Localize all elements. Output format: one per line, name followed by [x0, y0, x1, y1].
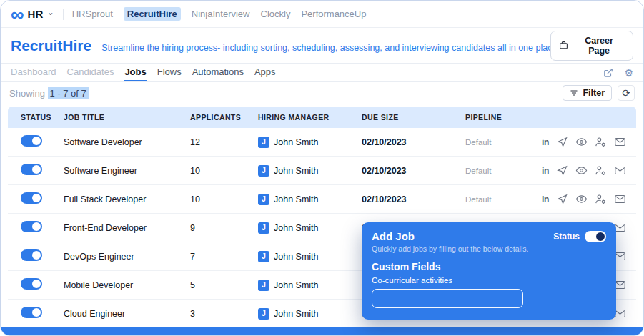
modal-title: Add Job	[372, 230, 415, 242]
showing-text: Showing 1 - 7 of 7	[9, 88, 89, 99]
status-toggle[interactable]	[21, 307, 42, 318]
page-title: RecruitHire	[11, 37, 91, 54]
top-nav-item[interactable]: NinjaInterview	[192, 9, 250, 19]
eye-icon[interactable]	[575, 136, 588, 148]
tab[interactable]: Apps	[254, 64, 276, 81]
applicants-cell: 5	[190, 280, 258, 290]
linkedin-icon[interactable]: in	[542, 166, 549, 176]
column-header-job-title: JOB TITLE	[64, 113, 190, 122]
applicants-cell: 10	[190, 166, 258, 176]
mail-icon[interactable]	[614, 193, 626, 205]
refresh-icon: ⟳	[622, 88, 630, 98]
applicants-cell: 3	[190, 309, 258, 319]
candidate-settings-icon[interactable]	[595, 193, 607, 205]
pipeline-cell: Default	[465, 138, 537, 147]
column-header-pipeline: PIPELINE	[465, 113, 537, 122]
top-nav-item[interactable]: PerformanceUp	[301, 9, 366, 19]
status-toggle[interactable]	[21, 221, 42, 232]
status-toggle[interactable]	[21, 192, 42, 204]
linkedin-icon[interactable]: in	[542, 194, 549, 204]
custom-field-input[interactable]	[372, 289, 523, 308]
manager-avatar: J	[258, 308, 269, 320]
column-header-applicants: APPLICANTS	[190, 113, 258, 122]
job-title-cell[interactable]: Mobile Developer	[64, 280, 190, 290]
showing-range: 1 - 7 of 7	[48, 87, 89, 99]
custom-fields-title: Custom Fields	[372, 261, 606, 272]
add-job-modal: Add Job Status Quickly add jobs by filli…	[362, 222, 616, 320]
linkedin-icon[interactable]: in	[542, 137, 549, 147]
job-title-cell[interactable]: Full Stack Developer	[64, 194, 190, 204]
manager-name: John Smith	[274, 309, 319, 319]
applicants-cell: 7	[190, 252, 258, 262]
tab[interactable]: Candidates	[67, 64, 114, 81]
filter-icon	[570, 89, 578, 97]
job-title-cell[interactable]: DevOps Engineer	[64, 252, 190, 262]
top-nav-item[interactable]: RecruitHire	[124, 7, 181, 21]
manager-avatar: J	[258, 280, 269, 291]
send-icon[interactable]	[556, 164, 568, 177]
filter-button[interactable]: Filter	[563, 85, 612, 101]
divider	[63, 9, 64, 20]
gear-icon[interactable]: ⚙	[624, 68, 633, 78]
manager-name: John Smith	[274, 223, 319, 233]
modal-status-toggle[interactable]	[585, 231, 606, 242]
modal-subtitle: Quickly add jobs by filling out the belo…	[372, 244, 606, 253]
mail-icon[interactable]	[614, 136, 626, 148]
applicants-cell: 10	[190, 194, 258, 204]
applicants-cell: 9	[190, 223, 258, 233]
status-toggle[interactable]	[21, 278, 42, 290]
candidate-settings-icon[interactable]	[595, 136, 607, 148]
hiring-manager-cell: J John Smith	[258, 165, 362, 177]
tab[interactable]: Automations	[192, 64, 244, 81]
hiring-manager-cell: J John Smith	[258, 137, 362, 148]
top-nav-item[interactable]: HRSprout	[72, 9, 113, 19]
send-icon[interactable]	[556, 193, 568, 205]
candidate-settings-icon[interactable]	[595, 164, 607, 177]
manager-name: John Smith	[274, 137, 319, 147]
status-toggle[interactable]	[21, 164, 42, 175]
tab[interactable]: Flows	[157, 64, 182, 81]
tabs-list: Dashboard Candidates Jobs Flows Automati…	[11, 64, 276, 81]
tab[interactable]: Dashboard	[11, 64, 56, 81]
manager-name: John Smith	[274, 280, 319, 290]
bottom-accent-bar	[1, 327, 643, 335]
manager-name: John Smith	[274, 194, 319, 204]
job-title-cell[interactable]: Cloud Engineer	[64, 309, 190, 319]
showing-label: Showing	[9, 88, 45, 99]
chevron-down-icon[interactable]: ⌄	[47, 7, 54, 17]
top-nav-item[interactable]: Clockly	[261, 9, 291, 19]
applicants-cell: 12	[190, 137, 258, 147]
tabs-bar: Dashboard Candidates Jobs Flows Automati…	[1, 64, 643, 82]
table-row: Software Engineer 10 J John Smith 02/10/…	[8, 157, 636, 185]
manager-avatar: J	[258, 194, 269, 205]
app-logo[interactable]: ∞ HR ⌄	[11, 7, 54, 21]
table-row: Full Stack Developer 10 J John Smith 02/…	[8, 185, 636, 214]
hiring-manager-cell: J John Smith	[258, 194, 362, 205]
page-subtitle: Streamline the hiring process- including…	[101, 43, 557, 53]
status-toggle[interactable]	[21, 249, 42, 261]
app-window: ∞ HR ⌄ HRSprout RecruitHire NinjaIntervi…	[0, 0, 644, 336]
top-nav-items: HRSprout RecruitHire NinjaInterview Cloc…	[72, 7, 367, 21]
job-title-cell[interactable]: Front-End Developer	[64, 223, 190, 233]
row-actions: in	[537, 164, 636, 177]
modal-status-label: Status	[553, 232, 580, 242]
column-header-status: STATUS	[8, 113, 64, 122]
career-page-button[interactable]: Career Page	[550, 31, 633, 61]
status-toggle[interactable]	[21, 135, 42, 147]
eye-icon[interactable]	[575, 193, 588, 205]
external-link-icon[interactable]	[603, 68, 613, 78]
logo-text: HR	[28, 8, 44, 20]
column-header-due-size: DUE SIZE	[362, 113, 465, 122]
mail-icon[interactable]	[614, 164, 626, 177]
refresh-button[interactable]: ⟳	[618, 85, 635, 101]
list-toolbar: Showing 1 - 7 of 7 Filter ⟳	[1, 82, 643, 104]
send-icon[interactable]	[556, 136, 568, 148]
job-title-cell[interactable]: Software Engineer	[64, 166, 190, 176]
eye-icon[interactable]	[575, 164, 588, 177]
custom-field-label: Co-curricular activities	[372, 276, 606, 285]
row-actions: in	[537, 136, 636, 148]
pipeline-cell: Default	[465, 167, 537, 175]
hiring-manager-cell: J John Smith	[258, 280, 362, 291]
job-title-cell[interactable]: Software Developer	[64, 137, 190, 147]
tab[interactable]: Jobs	[124, 64, 146, 81]
